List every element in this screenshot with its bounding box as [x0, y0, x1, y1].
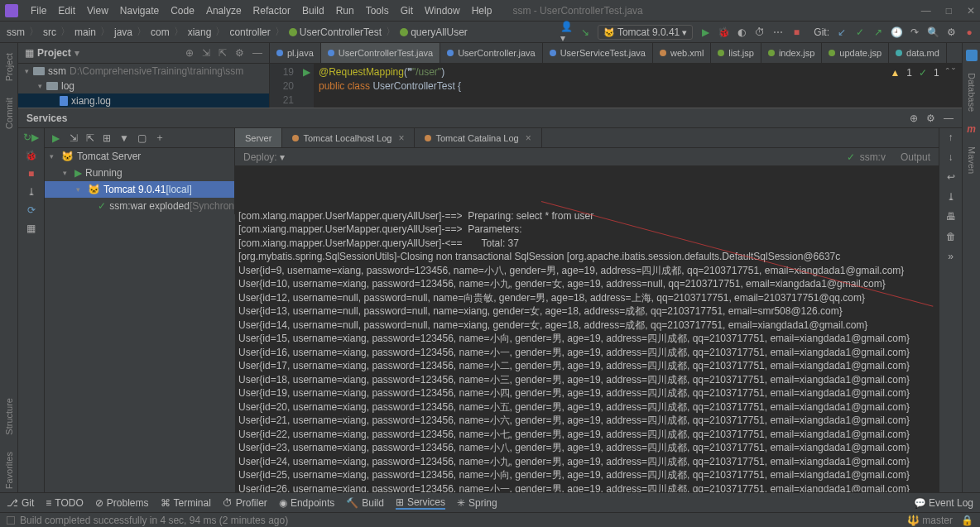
code-area[interactable]: @RequestMapping(❞"/user") public class U… [314, 64, 962, 108]
services-tree[interactable]: ▶ ⇲ ⇱ ⊞ ▼ ▢ ＋ ▾🐱Tomcat Server▾▶Running▾🐱… [45, 128, 235, 214]
run-config-selector[interactable]: 🐱 Tomcat 9.0.41 ▾ [598, 25, 694, 40]
menu-edit[interactable]: Edit [52, 5, 81, 17]
expand-icon[interactable]: ⇲ [202, 47, 210, 59]
coverage-icon[interactable]: ◐ [736, 26, 747, 38]
menu-window[interactable]: Window [419, 5, 466, 17]
settings-icon[interactable]: ⚙ [945, 26, 957, 38]
bottom-tab-endpoints[interactable]: ◉ Endpoints [279, 497, 334, 509]
crumb[interactable]: src [41, 26, 58, 38]
locate-icon[interactable]: ⊕ [910, 113, 918, 124]
project-tree[interactable]: ▦Project▾ ⊕ ⇲ ⇱ ⚙ — ▾ssmD:\Comprehensive… [18, 43, 270, 108]
svc-tree-row[interactable]: ▾▶Running [45, 165, 234, 181]
output-tab[interactable]: Tomcat Catalina Log× [415, 128, 541, 147]
menu-file[interactable]: File [25, 5, 52, 17]
expand-all-icon[interactable]: ⇲ [70, 132, 78, 144]
git-update-icon[interactable]: ↙ [836, 26, 848, 38]
deploy-label[interactable]: Deploy: ▾ [243, 151, 285, 163]
deploy-icon[interactable]: ⤓ [26, 186, 37, 198]
add-icon[interactable]: ＋ [155, 131, 165, 145]
tab-project[interactable]: Project [4, 50, 14, 84]
bottom-tab-todo[interactable]: ≡ TODO [46, 497, 83, 509]
bottom-tab-problems[interactable]: ⊘ Problems [95, 497, 149, 509]
editor-tab[interactable]: pl.java [270, 43, 321, 63]
up-icon[interactable]: ↑ [949, 132, 954, 143]
down-icon[interactable]: ↓ [949, 151, 954, 163]
inspections-widget[interactable]: ▲1 ✓1 ˆ ˇ [890, 67, 955, 79]
maven-icon[interactable]: m [967, 123, 976, 135]
editor-tab[interactable]: update.jsp [822, 43, 889, 63]
menu-help[interactable]: Help [466, 5, 498, 17]
menu-refactor[interactable]: Refactor [247, 5, 296, 17]
tree-row[interactable]: ▾log [18, 79, 269, 93]
output-tab[interactable]: Tomcat Localhost Log× [282, 128, 415, 147]
crumb[interactable]: com [149, 26, 171, 38]
stop-icon[interactable]: ■ [790, 26, 802, 38]
crumb[interactable]: UserControllerTest [287, 26, 383, 38]
menu-code[interactable]: Code [165, 5, 200, 17]
tree-row[interactable]: ▾ssmD:\ComprehensiveTraining\training\ss… [18, 64, 269, 79]
branch-widget[interactable]: 🔱 master [907, 515, 953, 526]
crumb[interactable]: xiang [186, 26, 214, 38]
bottom-tab-services[interactable]: ⊞ Services [396, 496, 445, 510]
minimize-icon[interactable]: — [921, 5, 931, 17]
profile-icon[interactable]: ⏱ [754, 26, 766, 38]
git-push-icon[interactable]: ↗ [872, 26, 884, 38]
wrap-icon[interactable]: ↩ [947, 171, 955, 183]
filter-icon[interactable]: ▼ [119, 132, 129, 144]
group-icon[interactable]: ⊞ [103, 132, 111, 144]
gear-icon[interactable]: ⚙ [235, 47, 244, 59]
menu-run[interactable]: Run [330, 5, 360, 17]
crumb[interactable]: controller [228, 26, 271, 38]
close-icon[interactable]: ✕ [967, 5, 975, 17]
tab-structure[interactable]: Structure [4, 395, 14, 438]
editor-tab[interactable]: UserControllerTest.java [321, 43, 440, 63]
debug-icon[interactable]: 🐞 [718, 26, 729, 38]
tool-windows-icon[interactable] [7, 516, 15, 525]
menu-view[interactable]: View [81, 5, 114, 17]
menu-tools[interactable]: Tools [360, 5, 395, 17]
users-icon[interactable]: 👤▾ [561, 26, 573, 38]
crumb[interactable]: queryAllUser [398, 26, 469, 38]
bottom-tab-profiler[interactable]: ⏱ Profiler [223, 497, 267, 509]
run-icon[interactable]: ▶ [50, 132, 61, 144]
editor-tab[interactable]: UserController.java [440, 43, 543, 63]
tail-icon[interactable]: » [948, 251, 954, 262]
stop-icon[interactable]: ■ [26, 168, 37, 180]
bottom-tab-git[interactable]: ⎇ Git [7, 497, 34, 509]
bottom-tab-spring[interactable]: ✳ Spring [457, 497, 497, 509]
editor-tab[interactable]: UserServiceTest.java [543, 43, 653, 63]
run-icon[interactable]: 🐞 [26, 150, 37, 161]
tab-favorites[interactable]: Favorites [4, 448, 14, 492]
attach-icon[interactable]: ⋯ [772, 26, 784, 38]
gear-icon[interactable]: ⚙ [926, 113, 935, 124]
rerun-icon[interactable]: ↻▶ [26, 132, 37, 143]
bottom-tab-terminal[interactable]: ⌘ Terminal [161, 497, 211, 509]
git-rollback-icon[interactable]: ↷ [909, 26, 920, 38]
crumb[interactable]: main [73, 26, 98, 38]
hide-icon[interactable]: — [252, 47, 262, 59]
svc-tree-row[interactable]: ▾🐱Tomcat Server [45, 148, 234, 165]
crumb[interactable]: ssm [5, 26, 26, 38]
collapse-all-icon[interactable]: ⇱ [86, 132, 94, 144]
menu-build[interactable]: Build [296, 5, 330, 17]
collapse-icon[interactable]: ⇱ [219, 47, 227, 59]
editor-tab[interactable]: list.jsp [711, 43, 761, 63]
event-log[interactable]: 💬 Event Log [914, 497, 973, 509]
scroll-end-icon[interactable]: ⤓ [947, 191, 955, 203]
editor-tab[interactable]: index.jsp [761, 43, 822, 63]
layout-icon[interactable]: ▦ [26, 223, 37, 234]
print-icon[interactable]: 🖶 [946, 211, 956, 223]
maximize-icon[interactable]: □ [946, 5, 952, 17]
console-output[interactable]: [com.xlang.mapper.UserMapper.queryAllUse… [235, 166, 939, 492]
menu-git[interactable]: Git [395, 5, 419, 17]
git-history-icon[interactable]: 🕘 [891, 26, 902, 38]
clear-icon[interactable]: 🗑 [946, 231, 956, 242]
editor-tab[interactable]: web.xml [653, 43, 711, 63]
view-icon[interactable]: ▢ [137, 132, 147, 144]
search-icon[interactable]: 🔍 [927, 26, 939, 38]
run-icon[interactable]: ▶ [699, 26, 711, 38]
bottom-tab-build[interactable]: 🔨 Build [346, 497, 384, 509]
menu-analyze[interactable]: Analyze [200, 5, 247, 17]
tab-maven[interactable]: Maven [967, 143, 977, 177]
svc-tree-row[interactable]: ✓ssm:war exploded [Synchron [45, 198, 234, 214]
